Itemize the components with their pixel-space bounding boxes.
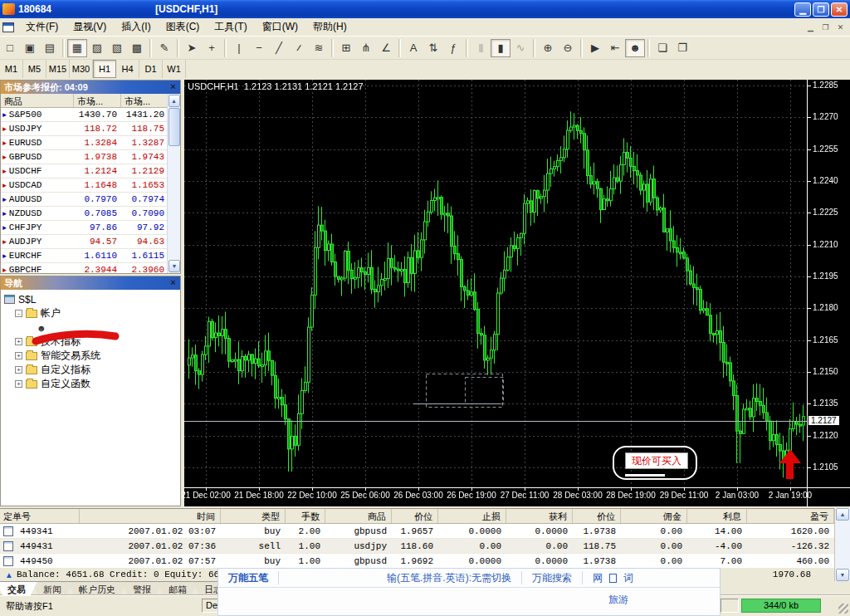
ime-search-button[interactable]: 万能搜索: [522, 571, 583, 584]
orders-column-0[interactable]: 定单号: [0, 509, 80, 523]
new-chart-button[interactable]: □: [0, 39, 20, 57]
quote-row[interactable]: ►GBPUSD1.97381.9743: [1, 150, 180, 164]
child-close-button[interactable]: ✕: [834, 22, 847, 32]
menu-插入(I)[interactable]: 插入(I): [114, 17, 158, 37]
orders-column-3[interactable]: 手数: [286, 509, 325, 523]
ime-tools[interactable]: 网词: [583, 571, 643, 584]
resize-grip[interactable]: [838, 604, 848, 614]
orders-column-11[interactable]: 盈亏: [747, 509, 834, 523]
save-button[interactable]: ▣: [20, 39, 40, 57]
period-M1[interactable]: M1: [0, 60, 23, 78]
menu-文件(F)[interactable]: 文件(F): [18, 17, 66, 37]
quote-row[interactable]: ►USDCAD1.16481.1653: [1, 178, 180, 193]
quote-row[interactable]: ►EURUSD1.32841.3287: [1, 136, 180, 150]
quote-row[interactable]: ►AUDUSD0.79700.7974: [1, 193, 180, 207]
minimize-button[interactable]: ▁: [794, 2, 811, 17]
nav-item-自定义函数[interactable]: +自定义函数: [2, 377, 180, 391]
grid-button[interactable]: ⊞: [336, 39, 356, 57]
tab-帐户历史[interactable]: 帐户历史: [67, 581, 127, 595]
tile-windows-button[interactable]: ❏: [652, 39, 672, 57]
page-icon[interactable]: [609, 574, 617, 583]
horizontal-line-button[interactable]: −: [249, 39, 269, 57]
period-M5[interactable]: M5: [23, 60, 46, 78]
tab-邮箱[interactable]: 邮箱: [157, 581, 198, 595]
mw-column-2[interactable]: 市场...: [121, 94, 169, 107]
ime-name[interactable]: 万能五笔: [218, 571, 279, 584]
quote-row[interactable]: ►EURCHF1.61101.6115: [1, 249, 180, 263]
gann-line-button[interactable]: ∠: [376, 39, 396, 57]
ime-word-button[interactable]: 词: [623, 572, 633, 584]
tab-警报[interactable]: 警报: [121, 581, 163, 595]
orders-column-1[interactable]: 时间: [80, 509, 221, 523]
child-restore-button[interactable]: ❐: [819, 22, 832, 32]
zoom-in-button[interactable]: ⊕: [538, 39, 558, 57]
quote-row[interactable]: ►CHFJPY97.8697.92: [1, 221, 180, 235]
crosshair-button[interactable]: +: [202, 39, 222, 57]
tree-expander-icon[interactable]: +: [15, 352, 22, 359]
tree-expander-icon[interactable]: +: [15, 366, 22, 374]
orders-column-8[interactable]: 价位: [573, 509, 621, 523]
order-row[interactable]: 4494502007.01.02 07:57buy1.00gbpusd1.969…: [0, 554, 850, 569]
tree-expander-icon[interactable]: -: [15, 310, 22, 317]
orders-column-9[interactable]: 佣金: [621, 509, 687, 523]
candlestick-chart-button[interactable]: ▮: [491, 39, 510, 57]
period-M30[interactable]: M30: [70, 60, 93, 78]
market-watch-scrollbar[interactable]: ▲ ▼: [167, 95, 180, 273]
orders-scrollbar[interactable]: ▲ ▼: [834, 508, 850, 581]
print-button[interactable]: ▤: [40, 39, 60, 57]
pencil-button[interactable]: ✎: [154, 39, 174, 57]
orders-column-10[interactable]: 利息: [687, 509, 747, 523]
order-row[interactable]: 4494312007.01.02 07:36sell1.00usdjpy118.…: [0, 539, 850, 554]
quote-row[interactable]: ►S&P5001430.701431.20: [1, 108, 180, 122]
strategy-tester-button[interactable]: ☻: [625, 39, 645, 57]
scroll-up-icon[interactable]: ▲: [169, 95, 180, 107]
pitchfork-button[interactable]: ⋔: [356, 39, 376, 57]
cursor-button[interactable]: ➤: [182, 39, 202, 57]
market-watch-close-icon[interactable]: ×: [168, 81, 178, 92]
orders-column-2[interactable]: 类型: [221, 509, 286, 523]
text-label-button[interactable]: A: [403, 39, 423, 57]
navigator-button[interactable]: ▨: [87, 39, 107, 57]
indicators-button[interactable]: ƒ: [443, 39, 463, 57]
quote-row[interactable]: ►GBPCHF2.39442.3960: [1, 263, 180, 274]
mw-column-0[interactable]: 商品: [1, 94, 74, 107]
terminal-button[interactable]: ▧: [107, 39, 127, 57]
tab-新闻[interactable]: 新闻: [32, 581, 73, 595]
order-row[interactable]: 4493412007.01.02 03:07buy2.00gbpusd1.965…: [0, 524, 850, 539]
period-D1[interactable]: D1: [139, 60, 163, 78]
menu-图表(C)[interactable]: 图表(C): [159, 17, 208, 37]
scroll-thumb[interactable]: [169, 108, 180, 146]
orders-column-6[interactable]: 止损: [438, 509, 506, 523]
line-chart-button[interactable]: ∿: [510, 39, 530, 57]
quote-row[interactable]: ►USDJPY118.72118.75: [1, 122, 180, 136]
tree-expander-icon[interactable]: +: [15, 380, 22, 388]
ime-net-button[interactable]: 网: [593, 572, 603, 584]
nav-item-自定义指标[interactable]: +自定义指标: [2, 363, 180, 377]
period-M15[interactable]: M15: [46, 60, 70, 78]
menu-工具(T)[interactable]: 工具(T): [207, 17, 254, 37]
trendline-button[interactable]: ╱: [269, 39, 289, 57]
scroll-down-icon[interactable]: ▼: [836, 569, 849, 581]
channel-button[interactable]: ∕∕: [289, 39, 309, 57]
quote-row[interactable]: ►USDCHF1.21241.2129: [1, 164, 180, 178]
navigator-close-icon[interactable]: ×: [168, 277, 178, 288]
nav-item-智能交易系统[interactable]: +智能交易系统: [2, 349, 180, 363]
nav-item-帐户[interactable]: -帐户: [2, 306, 180, 320]
orders-column-7[interactable]: 获利: [506, 509, 573, 523]
bar-chart-button[interactable]: |||: [471, 39, 491, 57]
mw-column-1[interactable]: 市场...: [74, 94, 121, 107]
orders-column-5[interactable]: 价位: [392, 509, 438, 523]
vertical-line-button[interactable]: |: [229, 39, 249, 57]
candlestick-chart[interactable]: [184, 80, 850, 506]
maximize-button[interactable]: ❐: [813, 2, 829, 17]
period-W1[interactable]: W1: [163, 60, 186, 78]
period-H1[interactable]: H1: [93, 60, 116, 78]
menu-帮助(H)[interactable]: 帮助(H): [305, 17, 354, 37]
nav-item-S$L[interactable]: S$L: [2, 292, 180, 306]
scroll-up-icon[interactable]: ▲: [836, 508, 849, 521]
arrow-objects-button[interactable]: ⇅: [423, 39, 443, 57]
child-minimize-button[interactable]: ▁: [804, 22, 817, 32]
ime-candidate[interactable]: 旅游: [608, 593, 628, 607]
tree-expander-icon[interactable]: +: [15, 338, 22, 345]
chart-shift-button[interactable]: ⇤: [605, 39, 625, 57]
